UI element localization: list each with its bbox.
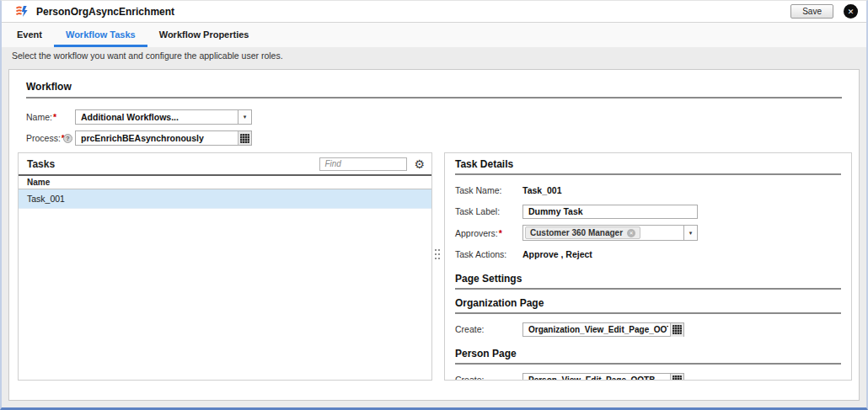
tasks-column-header-name: Name: [19, 174, 431, 189]
organization-page-heading: Organization Page: [455, 297, 841, 309]
person-page-heading: Person Page: [455, 348, 841, 359]
task-label-row: Task Label:: [455, 204, 841, 219]
workflow-process-row: Process:* ?: [26, 130, 859, 146]
object-picker-glyph: [672, 375, 682, 381]
task-actions-row: Task Actions: Approve , Reject: [455, 247, 841, 262]
workflow-name-row: Name:* Additional Workflows... ▾: [26, 109, 859, 125]
task-actions-value: Approve , Reject: [522, 249, 592, 259]
person-create-input[interactable]: [522, 373, 684, 381]
panel-splitter-handle[interactable]: [435, 249, 441, 263]
task-name-value: Task_001: [522, 185, 562, 195]
app-window: PersonOrgAsyncEnrichment Save ✕ Event Wo…: [0, 0, 868, 410]
workflow-name-dropdown[interactable]: Additional Workflows... ▾: [75, 109, 252, 125]
table-row-task-001[interactable]: Task_001: [19, 189, 431, 209]
task-actions-label: Task Actions:: [455, 249, 522, 259]
tasks-panel-header: Tasks ⚙: [19, 153, 431, 174]
close-icon[interactable]: ✕: [844, 4, 858, 19]
main-card: Workflow Name:* Additional Workflows... …: [8, 69, 860, 401]
workflow-process-input[interactable]: [75, 130, 252, 146]
task-details-panel: Task Details Task Name: Task_001 Task La…: [444, 152, 852, 381]
save-button[interactable]: Save: [790, 4, 833, 19]
object-picker-icon[interactable]: [670, 374, 683, 381]
grip-dots-icon: [435, 249, 437, 251]
object-picker-icon[interactable]: [238, 131, 251, 145]
task-name-row: Task Name: Task_001: [455, 183, 841, 198]
approvers-combobox[interactable]: Customer 360 Manager ✕ ▾: [522, 225, 698, 241]
person-create-field: [522, 373, 684, 381]
tab-event[interactable]: Event: [5, 23, 54, 47]
workflow-name-label: Name:*: [26, 112, 75, 122]
approver-chip: Customer 360 Manager ✕: [525, 226, 640, 239]
page-title: PersonOrgAsyncEnrichment: [36, 6, 174, 18]
find-input[interactable]: [319, 157, 407, 171]
page-description: Select the workflow you want and configu…: [2, 47, 866, 65]
organization-create-input[interactable]: [522, 322, 684, 337]
gear-icon[interactable]: ⚙: [414, 158, 425, 170]
task-label-input[interactable]: [522, 205, 698, 219]
organization-create-label: Create:: [455, 324, 522, 334]
approver-chip-label: Customer 360 Manager: [530, 228, 623, 237]
organization-create-field: [522, 322, 684, 337]
task-details-heading: Task Details: [455, 158, 841, 170]
workflow-section-heading: Workflow: [26, 81, 842, 93]
required-marker: *: [499, 228, 502, 238]
required-marker: *: [53, 112, 56, 122]
object-picker-glyph: [672, 325, 682, 334]
tab-workflow-properties[interactable]: Workflow Properties: [147, 23, 261, 47]
approvers-label-text: Approvers:: [455, 228, 498, 238]
page-settings-rule: [455, 288, 841, 290]
workflow-section-rule: [26, 97, 842, 99]
task-name-label: Task Name:: [455, 185, 522, 195]
approvers-row: Approvers:* Customer 360 Manager ✕ ▾: [455, 225, 841, 241]
organization-create-row: Create:: [455, 322, 841, 337]
chip-remove-icon[interactable]: ✕: [627, 229, 635, 237]
workflow-process-label: Process:*: [26, 133, 63, 143]
person-page-rule: [455, 363, 841, 365]
chevron-down-icon[interactable]: ▾: [238, 110, 251, 124]
window-header: PersonOrgAsyncEnrichment Save ✕: [2, 1, 866, 23]
task-label-field: [522, 205, 698, 219]
workflow-process-label-text: Process:: [26, 133, 61, 143]
page-settings-heading: Page Settings: [455, 273, 841, 285]
help-icon[interactable]: ?: [63, 134, 72, 143]
workflow-process-field: [75, 130, 252, 146]
object-picker-glyph: [240, 134, 249, 143]
tasks-panel: Tasks ⚙ Name Task_001: [18, 152, 432, 381]
workflow-name-label-text: Name:: [26, 112, 52, 122]
organization-page-rule: [455, 312, 841, 314]
informatica-logo-icon: [15, 5, 29, 18]
tab-bar: Event Workflow Tasks Workflow Properties: [2, 23, 866, 47]
content-area: Workflow Name:* Additional Workflows... …: [2, 65, 866, 407]
approvers-label: Approvers:*: [455, 228, 522, 238]
task-details-rule: [455, 173, 841, 175]
tab-workflow-tasks[interactable]: Workflow Tasks: [54, 23, 147, 47]
chevron-down-icon[interactable]: ▾: [683, 226, 697, 240]
object-picker-icon[interactable]: [670, 323, 683, 337]
person-create-label: Create:: [455, 375, 522, 381]
person-create-row: Create:: [455, 372, 841, 381]
workflow-name-value: Additional Workflows...: [76, 112, 179, 122]
tasks-heading: Tasks: [27, 158, 55, 170]
task-label-label: Task Label:: [455, 206, 522, 216]
